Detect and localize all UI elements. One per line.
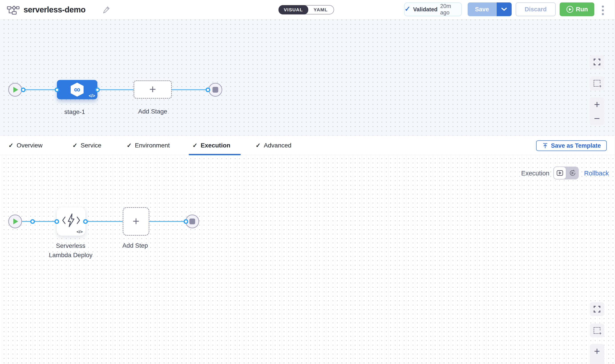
deploy-stage-icon: ∞ bbox=[71, 83, 84, 97]
validated-check-icon: ✓ bbox=[404, 5, 411, 13]
rollback-view-button[interactable] bbox=[566, 167, 579, 180]
stop-icon bbox=[189, 219, 195, 224]
zoom-in-button[interactable]: + bbox=[590, 97, 604, 111]
edit-pencil-icon[interactable] bbox=[103, 6, 110, 14]
zoom-in-button[interactable]: + bbox=[590, 344, 604, 358]
port bbox=[21, 88, 26, 92]
play-box-icon bbox=[557, 170, 563, 176]
active-tab-underline bbox=[189, 154, 241, 155]
check-icon: ✓ bbox=[192, 142, 198, 149]
serverless-lambda-icon bbox=[62, 213, 81, 228]
play-circle-icon bbox=[566, 6, 574, 13]
save-dropdown-button[interactable] bbox=[496, 2, 512, 16]
toggle-visual[interactable]: VISUAL bbox=[279, 5, 308, 14]
tab-advanced[interactable]: ✓ Advanced bbox=[256, 136, 291, 155]
stop-icon bbox=[213, 87, 218, 93]
port bbox=[54, 219, 59, 224]
steps-start-node bbox=[8, 215, 22, 228]
edge bbox=[97, 89, 134, 90]
run-label: Run bbox=[576, 6, 588, 13]
stage-pipeline-canvas[interactable]: ∞ </> + stage-1 Add Stage + + − bbox=[0, 20, 615, 135]
port bbox=[206, 88, 210, 92]
upload-template-icon bbox=[542, 143, 548, 149]
fullscreen-button[interactable] bbox=[590, 55, 604, 69]
fullscreen-icon bbox=[593, 306, 601, 313]
check-icon: ✓ bbox=[72, 142, 78, 149]
run-button[interactable]: Run bbox=[560, 2, 594, 16]
page-title: serverless-demo bbox=[24, 0, 86, 20]
multi-select-button[interactable]: + bbox=[590, 76, 604, 90]
tab-environment[interactable]: ✓ Environment bbox=[127, 136, 170, 155]
check-icon: ✓ bbox=[127, 142, 132, 149]
validated-label: Validated bbox=[413, 6, 438, 13]
rollback-link[interactable]: Rollback bbox=[584, 170, 609, 177]
execution-view-button[interactable] bbox=[553, 167, 566, 180]
pipeline-studio: { "header": { "title": "serverless-demo"… bbox=[0, 0, 615, 364]
chevron-down-icon bbox=[501, 7, 507, 11]
port bbox=[83, 219, 88, 224]
fullscreen-button[interactable] bbox=[590, 302, 604, 316]
pipeline-start-node bbox=[8, 83, 22, 97]
zoom-out-button[interactable]: − bbox=[590, 111, 604, 125]
edge bbox=[22, 89, 57, 90]
discard-button[interactable]: Discard bbox=[516, 2, 556, 16]
pipeline-icon bbox=[7, 5, 20, 15]
stage-label: stage-1 bbox=[41, 108, 108, 116]
port bbox=[95, 88, 100, 92]
save-split-button: Save bbox=[468, 2, 512, 16]
execution-steps-canvas[interactable]: Execution Rollback </> bbox=[0, 155, 615, 364]
add-step-label: Add Step bbox=[102, 242, 169, 249]
visual-yaml-toggle: VISUAL YAML bbox=[279, 5, 334, 14]
edge bbox=[86, 221, 123, 222]
save-button[interactable]: Save bbox=[468, 2, 496, 16]
stage-node-stage-1[interactable]: ∞ </> bbox=[57, 80, 97, 99]
port bbox=[55, 88, 59, 92]
port bbox=[184, 219, 188, 224]
start-play-icon bbox=[13, 219, 18, 224]
port bbox=[30, 219, 35, 224]
selection-box-icon: + bbox=[594, 80, 600, 87]
kebab-menu-button[interactable] bbox=[598, 4, 607, 16]
start-play-icon bbox=[13, 87, 18, 93]
add-step-button[interactable]: + bbox=[123, 207, 149, 236]
add-stage-label: Add Stage bbox=[119, 108, 186, 115]
edge bbox=[149, 221, 187, 222]
code-icon: </> bbox=[77, 229, 83, 234]
plus-icon: + bbox=[133, 217, 139, 226]
edge bbox=[172, 89, 209, 90]
multi-select-button[interactable]: + bbox=[590, 324, 604, 337]
zoom-out-button[interactable]: − bbox=[590, 358, 604, 364]
edge bbox=[22, 221, 57, 222]
circular-play-icon bbox=[569, 170, 576, 176]
header: serverless-demo VISUAL YAML ✓ Validated … bbox=[0, 0, 615, 20]
validated-badge[interactable]: ✓ Validated 20m ago bbox=[404, 2, 462, 16]
step-label: Serverless Lambda Deploy bbox=[37, 241, 104, 260]
zoom-controls: + − bbox=[590, 344, 604, 364]
fullscreen-icon bbox=[593, 58, 601, 65]
zoom-controls: + − bbox=[590, 97, 604, 125]
tab-service[interactable]: ✓ Service bbox=[72, 136, 101, 155]
plus-icon: + bbox=[149, 85, 156, 94]
save-as-template-button[interactable]: Save as Template bbox=[536, 140, 607, 151]
execution-rollback-toggle bbox=[553, 167, 579, 180]
execution-mode-label: Execution bbox=[511, 170, 549, 177]
add-stage-button[interactable]: + bbox=[134, 80, 172, 99]
tab-overview[interactable]: ✓ Overview bbox=[8, 136, 42, 155]
toggle-yaml[interactable]: YAML bbox=[308, 6, 334, 14]
check-icon: ✓ bbox=[256, 142, 261, 149]
stage-config-tabbar: ✓ Overview ✓ Service ✓ Environment ✓ Exe… bbox=[0, 135, 615, 155]
tab-execution[interactable]: ✓ Execution bbox=[192, 136, 230, 155]
selection-box-icon: + bbox=[594, 327, 600, 334]
validated-time: 20m ago bbox=[440, 3, 461, 16]
code-icon: </> bbox=[89, 93, 95, 98]
pipeline-end-node bbox=[209, 83, 222, 97]
check-icon: ✓ bbox=[8, 142, 13, 149]
step-node-serverless-lambda-deploy[interactable]: </> bbox=[57, 207, 86, 236]
